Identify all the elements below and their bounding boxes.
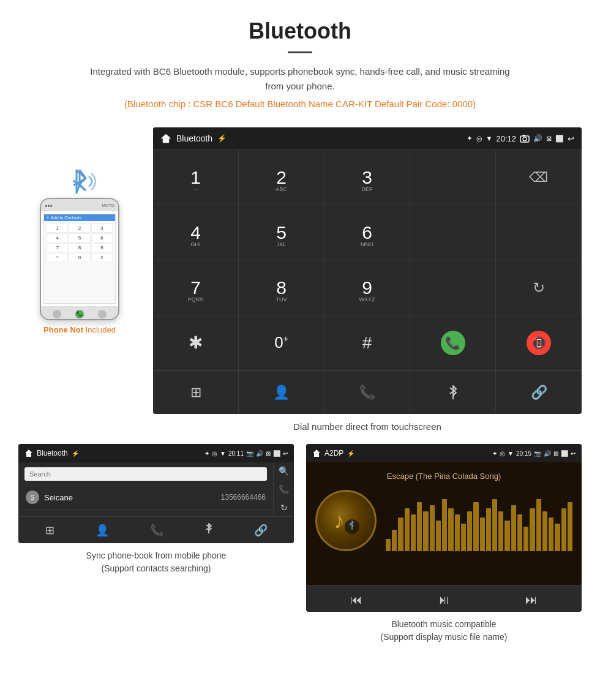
eq-bar <box>473 502 478 551</box>
contacts-back-icon: ↩ <box>283 450 288 457</box>
phone-call-btn: 📞 <box>75 310 84 318</box>
dial-key-hash[interactable]: # <box>324 315 410 371</box>
phone-mockup: ●●● MOTO + Add to Contacts 1 2 3 4 5 6 <box>40 198 119 320</box>
eq-bar <box>480 517 485 551</box>
eq-bar <box>523 527 528 551</box>
contacts-usb-icon: ⚡ <box>72 450 79 457</box>
contacts-loc-icon: ◎ <box>212 450 217 457</box>
music-screenshot: A2DP ⚡ ✦ ◎ ▼ 20:15 📷 🔊 ⊠ ⬜ ↩ Escape (The <box>306 444 582 644</box>
dial-key-6[interactable]: 6MNO <box>324 205 410 260</box>
dial-key-3[interactable]: 3DEF <box>324 150 410 205</box>
contacts-expand-icon: ⬜ <box>273 450 280 457</box>
dial-caption: Dial number direct from touchscreen <box>153 414 582 444</box>
dial-key-5[interactable]: 5JKL <box>239 205 324 260</box>
location-icon: ◎ <box>476 135 482 143</box>
next-button[interactable]: ⏭ <box>525 593 538 607</box>
phone-back-btn <box>53 310 61 318</box>
contacts-status-bar: Bluetooth ⚡ ✦ ◎ ▼ 20:11 📷 🔊 ⊠ ⬜ ↩ <box>18 444 294 462</box>
call-red-icon[interactable]: 📵 <box>527 331 551 355</box>
contacts-phone-icon[interactable]: 📞 <box>150 524 163 537</box>
music-status-right: ✦ ◎ ▼ 20:15 📷 🔊 ⊠ ⬜ ↩ <box>492 450 576 457</box>
eq-bar <box>511 505 516 551</box>
backspace-button[interactable]: ⌫ <box>496 150 582 205</box>
contact-row: S Seicane 13566664466 <box>18 486 273 510</box>
dial-key-9[interactable]: 9WXYZ <box>324 260 410 315</box>
contacts-person-icon[interactable]: 👤 <box>96 524 109 537</box>
eq-bar <box>461 524 466 551</box>
contacts-search-input[interactable] <box>24 467 267 481</box>
prev-button[interactable]: ⏮ <box>350 593 362 607</box>
dial-key-star[interactable]: ✱ <box>153 315 239 371</box>
eq-bar <box>555 524 560 551</box>
contact-phone: 13566664466 <box>221 493 266 502</box>
phone-top-bar: ●●● MOTO <box>41 199 118 211</box>
sync-side-icon[interactable]: ↻ <box>280 503 288 513</box>
call-green-icon[interactable]: 📞 <box>441 331 465 355</box>
phone-dial-grid: 1 2 3 4 5 6 7 8 9 * 0 # <box>44 221 115 265</box>
music-home-icon <box>312 449 321 457</box>
eq-bar <box>498 511 503 551</box>
music-back-icon: ↩ <box>571 450 576 457</box>
music-time: 20:15 <box>516 450 531 457</box>
contacts-vol-icon: 🔊 <box>256 450 263 457</box>
dial-bottom-bar: ⊞ 👤 📞 🔗 <box>153 371 582 414</box>
contacts-side-icons: 🔍 📞 ↻ <box>273 462 294 516</box>
dial-key-0[interactable]: 0+ <box>239 315 324 371</box>
eq-bar <box>517 514 522 551</box>
eq-bar <box>405 508 410 551</box>
link-icon-button[interactable]: 🔗 <box>496 371 582 414</box>
music-x-icon: ⊠ <box>553 450 558 457</box>
dial-key-7[interactable]: 7PQRS <box>153 260 239 315</box>
contacts-link-icon[interactable]: 🔗 <box>254 524 268 537</box>
contacts-home-icon <box>24 449 33 457</box>
music-loc-icon: ◎ <box>500 450 505 457</box>
phone-bottom-bar: 📞 <box>41 306 118 320</box>
page-title: Bluetooth <box>12 18 588 44</box>
dial-empty-1 <box>410 150 496 205</box>
phone-icon-button[interactable]: 📞 <box>324 371 410 414</box>
contacts-cam-icon: 📷 <box>246 450 253 457</box>
svg-marker-12 <box>313 450 320 457</box>
contacts-caption: Sync phone-book from mobile phone (Suppo… <box>86 549 227 575</box>
dial-key-8[interactable]: 8TUV <box>239 260 324 315</box>
dial-status-bar: Bluetooth ⚡ ✦ ◎ ▼ 20:12 <box>153 127 582 149</box>
page-header: Bluetooth Integrated with BC6 Bluetooth … <box>0 0 600 127</box>
search-side-icon[interactable]: 🔍 <box>279 466 289 476</box>
contacts-bt-bottom-icon[interactable] <box>204 523 213 537</box>
hangup-button[interactable]: 📵 <box>496 315 582 371</box>
call-button[interactable]: 📞 <box>410 315 496 371</box>
music-main-area: ♪ <box>315 490 572 551</box>
phone-screen-inner: + Add to Contacts 1 2 3 4 5 6 7 8 9 * <box>43 214 116 304</box>
contacts-grid-icon[interactable]: ⊞ <box>45 524 54 537</box>
eq-bar <box>467 511 472 551</box>
phone-contacts-header: + Add to Contacts <box>44 214 115 221</box>
camera-icon <box>520 134 530 143</box>
call-side-icon[interactable]: 📞 <box>279 484 289 494</box>
bluetooth-signal-icon <box>61 164 104 201</box>
eq-bar <box>504 521 509 551</box>
eq-bar <box>530 508 534 551</box>
bluetooth-icon-button[interactable] <box>410 371 496 414</box>
svg-marker-10 <box>25 450 32 457</box>
contacts-search-bar[interactable] <box>18 462 273 486</box>
back-arrow-icon: ↩ <box>568 134 574 143</box>
music-screen-body: Escape (The Pina Colada Song) ♪ <box>306 462 582 585</box>
contacts-icon-button[interactable]: 👤 <box>239 371 324 414</box>
play-pause-button[interactable]: ⏯ <box>438 593 450 607</box>
eq-bar <box>392 530 397 551</box>
contacts-time: 20:11 <box>228 450 244 457</box>
dial-key-4[interactable]: 4GHI <box>153 205 239 260</box>
close-box-icon: ⊠ <box>546 135 552 143</box>
sync-button[interactable]: ↻ <box>496 260 582 315</box>
music-cam-icon: 📷 <box>534 450 541 457</box>
dial-screen: Bluetooth ⚡ ✦ ◎ ▼ 20:12 <box>153 127 582 414</box>
dial-key-1[interactable]: 1﹏ <box>153 150 239 205</box>
bt-status-icon: ✦ <box>467 134 473 143</box>
music-usb-icon: ⚡ <box>347 450 354 457</box>
dial-screen-title: Bluetooth <box>176 134 212 143</box>
grid-icon-button[interactable]: ⊞ <box>153 371 239 414</box>
contacts-screenshot: Bluetooth ⚡ ✦ ◎ ▼ 20:11 📷 🔊 ⊠ ⬜ ↩ <box>18 444 294 644</box>
eq-bar <box>455 514 460 551</box>
dial-key-2[interactable]: 2ABC <box>239 150 324 205</box>
eq-bar <box>486 508 491 551</box>
